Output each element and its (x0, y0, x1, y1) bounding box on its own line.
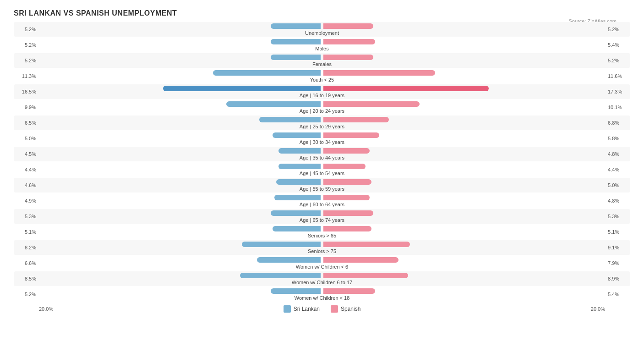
bar-line-top (39, 148, 605, 154)
row-label: Age | 20 to 24 years (39, 108, 605, 114)
left-value: 16.5% (14, 89, 39, 94)
legend-spanish-label: Spanish (341, 306, 360, 312)
bar-line-top (39, 132, 605, 138)
bars-area: Seniors > 65 (39, 226, 605, 238)
bars-area: Age | 16 to 19 years (39, 86, 605, 98)
right-value: 6.8% (605, 120, 630, 126)
chart-container: 5.2% Unemployment 5.2% 5.2% (14, 22, 630, 313)
bar-line-top (39, 39, 605, 45)
legend: Sri Lankan Spanish (284, 305, 361, 313)
bar-line-top (39, 101, 605, 107)
axis-left-label: 20.0% (39, 306, 53, 312)
bar-line-top (39, 195, 605, 201)
table-row: 8.5% Women w/ Children 6 to 17 8.9% (14, 271, 630, 286)
bars-area: Women w/ Children < 6 (39, 257, 605, 270)
row-label: Age | 30 to 34 years (39, 139, 605, 145)
bar-line-top (39, 164, 605, 170)
left-value: 5.0% (14, 136, 39, 141)
table-row: 4.6% Age | 55 to 59 years 5.0% (14, 178, 630, 193)
axis-right-label: 20.0% (591, 306, 605, 312)
left-value: 5.2% (14, 292, 39, 297)
row-label: Unemployment (39, 30, 605, 36)
bars-area: Age | 60 to 64 years (39, 195, 605, 207)
right-value: 4.8% (605, 198, 630, 204)
row-label: Youth < 25 (39, 77, 605, 83)
left-value: 5.3% (14, 214, 39, 219)
table-row: 9.9% Age | 20 to 24 years 10.1% (14, 100, 630, 115)
table-row: 5.2% Unemployment 5.2% (14, 22, 630, 37)
row-label: Age | 16 to 19 years (39, 93, 605, 98)
bar-line-top (39, 70, 605, 76)
right-value: 5.4% (605, 42, 630, 48)
table-row: 4.5% Age | 35 to 44 years 4.8% (14, 147, 630, 161)
bars-area: Youth < 25 (39, 70, 605, 83)
left-value: 4.6% (14, 182, 39, 188)
chart-title: SRI LANKAN VS SPANISH UNEMPLOYMENT (14, 9, 630, 17)
row-label: Women w/ Children < 6 (39, 264, 605, 270)
right-value: 7.9% (605, 260, 630, 266)
left-value: 9.9% (14, 105, 39, 110)
left-value: 4.9% (14, 198, 39, 204)
row-label: Seniors > 65 (39, 233, 605, 238)
bars-area: Females (39, 55, 605, 67)
bars-area: Age | 65 to 74 years (39, 210, 605, 223)
row-label: Age | 65 to 74 years (39, 217, 605, 223)
bars-area: Age | 35 to 44 years (39, 148, 605, 160)
table-row: 11.3% Youth < 25 11.6% (14, 69, 630, 83)
row-label: Women w/ Children 6 to 17 (39, 280, 605, 285)
row-label: Age | 60 to 64 years (39, 202, 605, 207)
right-value: 5.2% (605, 27, 630, 32)
bar-line-top (39, 86, 605, 92)
left-value: 5.2% (14, 58, 39, 63)
row-label: Age | 25 to 29 years (39, 124, 605, 129)
bars-area: Age | 25 to 29 years (39, 117, 605, 129)
table-row: 4.4% Age | 45 to 54 years 4.4% (14, 162, 630, 177)
table-row: 6.6% Women w/ Children < 6 7.9% (14, 256, 630, 270)
bar-line-top (39, 210, 605, 216)
row-label: Age | 55 to 59 years (39, 186, 605, 192)
table-row: 5.2% Males 5.4% (14, 38, 630, 52)
bars-area: Unemployment (39, 23, 605, 36)
legend-spanish-box (331, 305, 338, 313)
bars-area: Age | 30 to 34 years (39, 132, 605, 145)
left-value: 5.1% (14, 229, 39, 235)
right-value: 8.9% (605, 276, 630, 281)
legend-sri-label: Sri Lankan (294, 306, 320, 312)
table-row: 5.2% Females 5.2% (14, 53, 630, 68)
left-value: 4.4% (14, 167, 39, 172)
left-value: 6.6% (14, 260, 39, 266)
bar-line-top (39, 273, 605, 279)
left-value: 11.3% (14, 73, 39, 79)
right-value: 5.2% (605, 58, 630, 63)
bar-line-top (39, 117, 605, 123)
bars-area: Age | 55 to 59 years (39, 179, 605, 192)
right-value: 5.1% (605, 229, 630, 235)
left-value: 5.2% (14, 27, 39, 32)
bars-area: Women w/ Children < 18 (39, 288, 605, 301)
bar-line-top (39, 23, 605, 29)
row-label: Age | 35 to 44 years (39, 155, 605, 160)
legend-sri-box (284, 305, 291, 313)
table-row: 5.1% Seniors > 65 5.1% (14, 225, 630, 239)
bar-line-top (39, 257, 605, 263)
right-value: 4.4% (605, 167, 630, 172)
right-value: 10.1% (605, 105, 630, 110)
bar-line-top (39, 226, 605, 232)
right-value: 11.6% (605, 73, 630, 79)
bars-area: Age | 20 to 24 years (39, 101, 605, 114)
left-value: 8.2% (14, 245, 39, 250)
table-row: 5.0% Age | 30 to 34 years 5.8% (14, 131, 630, 146)
left-value: 8.5% (14, 276, 39, 281)
row-label: Males (39, 46, 605, 51)
right-value: 5.4% (605, 292, 630, 297)
right-value: 9.1% (605, 245, 630, 250)
right-value: 17.3% (605, 89, 630, 94)
table-row: 4.9% Age | 60 to 64 years 4.8% (14, 193, 630, 208)
bar-line-top (39, 242, 605, 248)
right-value: 4.8% (605, 151, 630, 157)
bars-area: Males (39, 39, 605, 51)
left-value: 4.5% (14, 151, 39, 157)
table-row: 5.2% Women w/ Children < 18 5.4% (14, 287, 630, 302)
legend-item-sri: Sri Lankan (284, 305, 320, 313)
bar-line-top (39, 55, 605, 61)
